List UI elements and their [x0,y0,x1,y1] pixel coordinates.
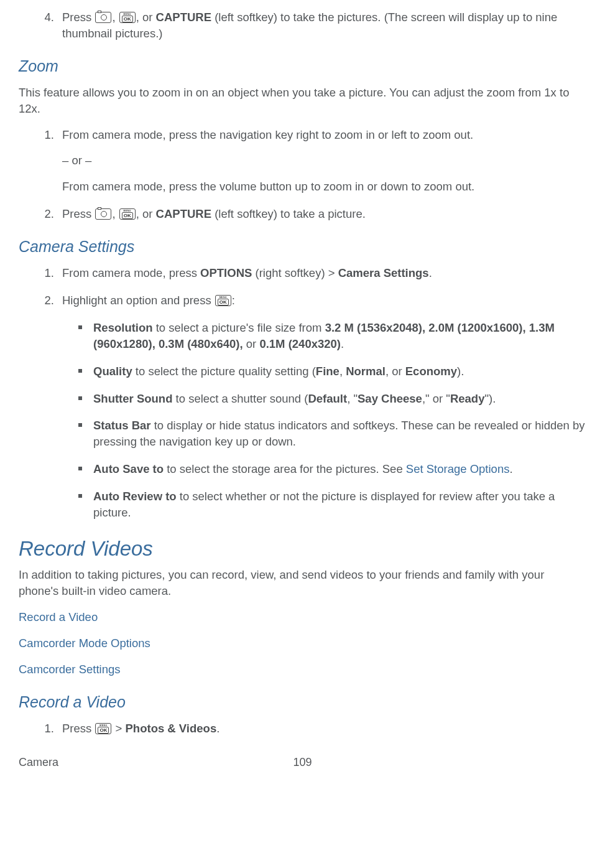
label: Auto Review to [93,490,177,503]
text: , " [347,392,358,405]
heading-zoom: Zoom [19,55,586,77]
menu-ok-key-icon [119,208,136,220]
link-record-a-video[interactable]: Record a Video [19,610,98,623]
text: . [341,337,344,350]
zoom-intro: This feature allows you to zoom in on an… [19,85,586,117]
text: , or [136,207,156,220]
options-sublist: Resolution to select a picture's file si… [78,320,586,521]
text: From camera mode, press the volume butto… [62,180,474,193]
opt-auto-review: Auto Review to to select whether or not … [78,488,586,521]
text: , [112,11,118,24]
text: Press [62,207,95,220]
value: Ready [450,392,485,405]
opt-auto-save: Auto Save to to select the storage area … [78,461,586,477]
value: Say Cheese [358,392,422,405]
footer-section: Camera [19,755,208,770]
text: Highlight an option and press [62,294,215,307]
zoom-step-2: Press , , or CAPTURE (left softkey) to t… [57,206,586,222]
text: to select a shutter sound ( [172,392,308,405]
heading-record-a-video: Record a Video [19,691,586,713]
text: Press [62,722,95,735]
text: ," or " [422,392,450,405]
opt-status-bar: Status Bar to display or hide status ind… [78,418,586,450]
rv-step-1: Press > Photos & Videos. [57,721,586,737]
text: (right softkey) > [252,266,338,279]
value: Fine [316,365,339,378]
camera-key-icon [95,12,111,23]
label: Auto Save to [93,462,164,475]
link-camcorder-mode-options[interactable]: Camcorder Mode Options [19,637,150,650]
record-videos-intro: In addition to taking pictures, you can … [19,567,586,599]
text: ). [457,365,464,378]
text: (left softkey) to take a picture. [211,207,366,220]
link-camcorder-settings[interactable]: Camcorder Settings [19,663,120,676]
text: or [243,337,260,350]
menu-ok-key-icon [95,723,111,734]
footer-spacer [397,755,586,770]
footer-page-number: 109 [208,755,397,770]
step-4: Press , , or CAPTURE (left softkey) to t… [57,9,586,42]
label: Shutter Sound [93,392,172,405]
zoom-step-1: From camera mode, press the navigation k… [57,127,586,195]
capture-label: CAPTURE [156,207,211,220]
value: Economy [405,365,457,378]
camera-key-icon [95,208,111,220]
text: to select the storage area for the pictu… [164,462,406,475]
opt-shutter-sound: Shutter Sound to select a shutter sound … [78,391,586,407]
text: to select a picture's file size from [153,321,325,334]
text: . [509,462,512,475]
value: Normal [346,365,386,378]
text: , or [136,11,156,24]
heading-record-videos: Record Videos [19,534,586,563]
menu-ok-key-icon [215,295,231,306]
zoom-steps: From camera mode, press the navigation k… [57,127,586,223]
menu-ok-key-icon [119,12,136,23]
text: to select the picture quality setting ( [132,365,316,378]
or-separator: – or – [62,152,586,169]
link-set-storage-options[interactable]: Set Storage Options [406,462,510,475]
text: Press [62,11,95,24]
page-footer: Camera 109 [19,755,586,770]
text: , [339,365,346,378]
text: > [112,722,125,735]
label: Quality [93,365,132,378]
opt-quality: Quality to select the picture quality se… [78,363,586,380]
text: : [232,294,235,307]
text: From camera mode, press [62,266,200,279]
opt-resolution: Resolution to select a picture's file si… [78,320,586,352]
text: , or [386,365,405,378]
options-label: OPTIONS [200,266,252,279]
numbered-list-continuation: Press , , or CAPTURE (left softkey) to t… [57,9,586,42]
camera-settings-steps: From camera mode, press OPTIONS (right s… [57,265,586,521]
capture-label: CAPTURE [156,11,211,24]
label: Resolution [93,321,153,334]
text: . [216,722,219,735]
text: to display or hide status indicators and… [93,419,584,448]
camera-settings-label: Camera Settings [338,266,429,279]
record-video-steps: Press > Photos & Videos. [57,721,586,737]
value: 0.1M (240x320) [259,337,341,350]
photos-videos-label: Photos & Videos [126,722,217,735]
text: , [112,207,118,220]
value: Default [308,392,347,405]
text: . [429,266,432,279]
text: From camera mode, press the navigation k… [62,128,473,141]
text: "). [484,392,496,405]
heading-camera-settings: Camera Settings [19,236,586,258]
label: Status Bar [93,419,151,432]
cset-step-2: Highlight an option and press : Resoluti… [57,292,586,521]
cset-step-1: From camera mode, press OPTIONS (right s… [57,265,586,281]
